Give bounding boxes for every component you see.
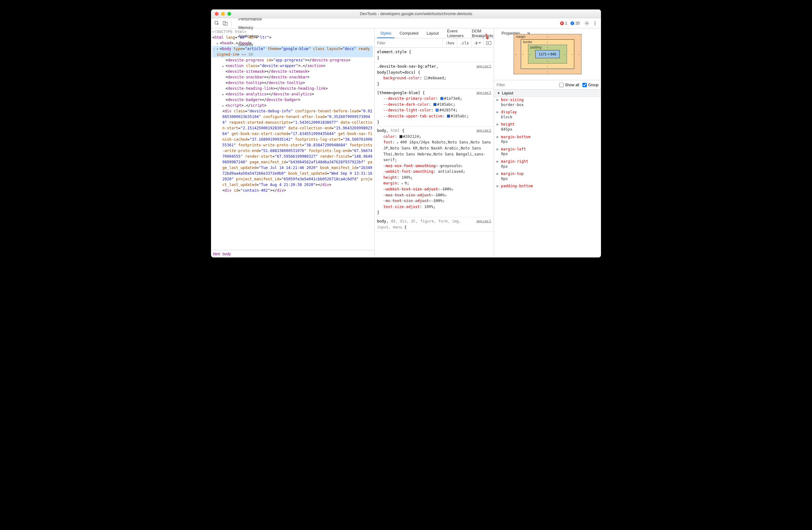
svg-rect-2 <box>225 22 227 25</box>
minimize-icon[interactable] <box>221 12 225 16</box>
crumb-body[interactable]: body <box>223 252 231 256</box>
traffic-lights <box>215 12 231 16</box>
dom-tree[interactable]: <!DOCTYPE html><html lang="en" dir="ltr"… <box>211 28 374 250</box>
computed-pane: margin - - - - border - - - - padding <box>494 28 601 257</box>
styles-pane: StylesComputedLayoutEvent ListenersDOM B… <box>375 28 494 257</box>
kebab-icon[interactable] <box>592 20 598 27</box>
message-icon: i <box>570 22 574 25</box>
computed-filter-input[interactable] <box>496 83 556 87</box>
subtab-event-listeners[interactable]: Event Listeners <box>444 27 467 40</box>
main-tabbar: ElementsConsoleNetworkPerformanceMemoryA… <box>211 18 601 28</box>
subtab-layout[interactable]: Layout <box>423 29 442 38</box>
layout-section-header[interactable]: ▼Layout <box>494 90 601 97</box>
gear-icon[interactable] <box>583 20 590 27</box>
hov-toggle[interactable]: :hov <box>443 38 457 47</box>
close-icon[interactable] <box>215 12 219 16</box>
svg-point-5 <box>594 23 595 24</box>
error-icon: ✕ <box>560 22 564 25</box>
subtab-computed[interactable]: Computed <box>396 29 421 38</box>
box-model[interactable]: margin - - - - border - - - - padding <box>494 28 601 80</box>
styles-filter-input[interactable] <box>375 41 443 45</box>
elements-pane: <!DOCTYPE html><html lang="en" dir="ltr"… <box>211 28 375 257</box>
svg-point-3 <box>586 23 588 24</box>
computed-item[interactable]: ▶margin-top0px <box>494 171 601 183</box>
device-toggle-icon[interactable] <box>222 20 229 27</box>
style-rules[interactable]: element.style {}app.css:1.devsite-book-n… <box>375 48 494 257</box>
computed-item[interactable]: ▶margin-bottom0px <box>494 134 601 147</box>
styles-toolbar: ➘ :hov .cls <box>375 38 494 48</box>
svg-point-6 <box>594 24 595 25</box>
error-counter[interactable]: ✕1 i20 <box>560 21 580 26</box>
devtools-window: DevTools - developers.google.com/web/too… <box>211 10 601 257</box>
computed-item[interactable]: ▶displayblock <box>494 109 601 122</box>
new-style-rule-button[interactable] <box>472 38 483 47</box>
show-all-checkbox[interactable]: Show all <box>559 83 579 87</box>
computed-item[interactable]: ▶box-sizingborder-box <box>494 97 601 109</box>
cls-toggle[interactable]: .cls <box>457 38 472 47</box>
subtab-styles[interactable]: Styles <box>377 29 394 38</box>
group-checkbox[interactable]: Group <box>582 83 598 87</box>
subtab-dom-breakpoints[interactable]: DOM Breakpoints <box>468 27 496 40</box>
inspect-icon[interactable] <box>214 20 220 27</box>
computed-item[interactable]: ▶margin-left0px <box>494 147 601 158</box>
svg-point-4 <box>594 21 595 22</box>
titlebar: DevTools - developers.google.com/web/too… <box>211 10 601 18</box>
computed-item[interactable]: ▶margin-right0px <box>494 158 601 171</box>
zoom-icon[interactable] <box>227 12 231 16</box>
crumb-html[interactable]: html <box>213 252 220 256</box>
computed-toggle-icon[interactable] <box>483 38 494 47</box>
computed-filterbar: Show all Group <box>494 80 601 90</box>
breadcrumbs: html body <box>211 250 374 257</box>
computed-item[interactable]: ▶padding-bottom <box>494 183 601 191</box>
box-content: 1171 × 845 <box>535 50 560 58</box>
window-title: DevTools - developers.google.com/web/too… <box>231 11 601 16</box>
styles-subtabs: StylesComputedLayoutEvent ListenersDOM B… <box>375 28 494 38</box>
computed-list[interactable]: ▶box-sizingborder-box▶displayblock▶heigh… <box>494 97 601 257</box>
computed-item[interactable]: ▶height845px <box>494 122 601 134</box>
